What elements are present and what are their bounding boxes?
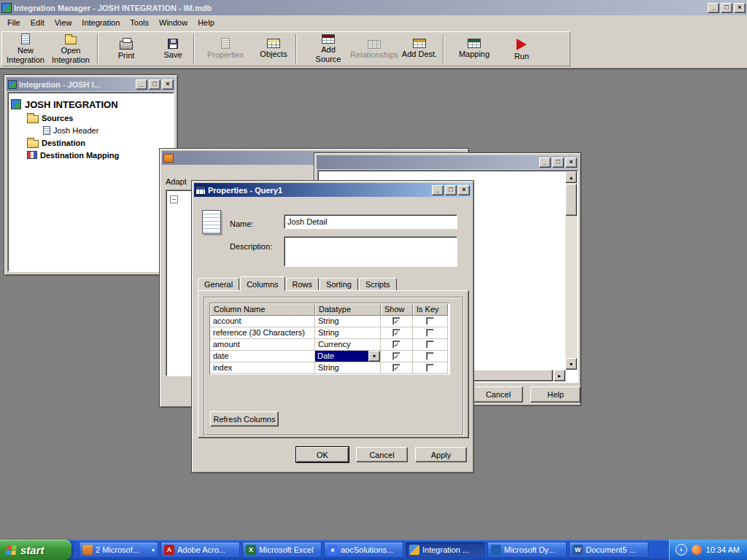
maximize-button[interactable]: □	[721, 3, 732, 13]
add-dest-button[interactable]: Add Dest.	[399, 32, 440, 66]
minimize-button[interactable]: _	[136, 79, 147, 90]
print-label: Print	[118, 51, 135, 60]
objects-button[interactable]: Objects	[255, 32, 293, 66]
integration-window-titlebar[interactable]: Integration - JOSH I... _ □ ×	[7, 77, 175, 91]
mapping-button[interactable]: Mapping	[454, 32, 494, 66]
apply-button[interactable]: Apply	[415, 447, 467, 462]
minimize-button[interactable]: _	[708, 3, 719, 13]
column-name-cell[interactable]: index	[210, 362, 315, 374]
tree-node-destination-mapping[interactable]: Destination Mapping	[11, 149, 171, 161]
column-name-cell[interactable]: reference (30 Characters)	[210, 327, 315, 339]
taskbar-item-integration[interactable]: Integration ...	[406, 542, 485, 558]
vertical-scrollbar[interactable]: ▲ ▼	[565, 171, 577, 370]
menu-tools[interactable]: Tools	[125, 16, 154, 29]
show-checkbox[interactable]: ✓	[392, 341, 400, 349]
maximize-button[interactable]: □	[552, 158, 564, 168]
iskey-checkbox[interactable]	[426, 352, 434, 360]
start-button[interactable]: start	[0, 540, 71, 560]
menu-window[interactable]: Window	[154, 16, 193, 29]
print-button[interactable]: Print	[107, 32, 145, 66]
tray-app-icon[interactable]	[692, 545, 702, 555]
column-header[interactable]: Datatype	[315, 303, 381, 316]
toolbar-separator	[193, 34, 195, 63]
add-source-label: Add Source	[309, 45, 347, 63]
iskey-cell	[413, 351, 448, 362]
help-button[interactable]: Help	[530, 386, 581, 402]
minimize-button[interactable]: _	[539, 158, 551, 168]
tree-node-destination[interactable]: Destination	[11, 136, 171, 149]
iskey-checkbox[interactable]	[426, 329, 434, 337]
datatype-cell[interactable]: String	[315, 327, 381, 339]
column-header[interactable]: Column Name	[210, 303, 315, 316]
taskbar-item-microsoft-group[interactable]: 2 Microsof... ▾	[79, 542, 158, 558]
datatype-cell[interactable]: String	[315, 362, 381, 374]
relationships-icon	[368, 40, 381, 49]
show-checkbox[interactable]: ✓	[392, 364, 400, 372]
adapter-window-icon	[163, 154, 174, 163]
close-button[interactable]: ×	[458, 185, 470, 195]
taskbar-item-microsoft-excel[interactable]: Microsoft Excel	[242, 542, 322, 558]
column-name-cell[interactable]: account	[210, 316, 315, 327]
hide-icons-button[interactable]: ‹	[676, 544, 687, 556]
close-button[interactable]: ×	[565, 158, 577, 168]
tree-node-sources[interactable]: Sources	[11, 112, 171, 124]
menu-help[interactable]: Help	[193, 16, 220, 29]
taskbar-item-adobe-acrobat[interactable]: Adobe Acro...	[160, 542, 240, 558]
tab-general[interactable]: General	[198, 278, 239, 290]
cancel-button[interactable]: Cancel	[473, 386, 523, 402]
iskey-checkbox[interactable]	[426, 317, 434, 325]
tab-columns[interactable]: Columns	[240, 276, 285, 291]
column-header[interactable]: Is Key	[413, 303, 448, 316]
open-integration-button[interactable]: Open Integration	[47, 32, 94, 66]
new-integration-button[interactable]: New Integration	[4, 32, 47, 66]
main-titlebar[interactable]: Integration Manager - JOSH INTEGRATION -…	[0, 0, 747, 15]
column-header[interactable]: Show	[381, 303, 413, 316]
taskbar-item-microsoft-dynamics[interactable]: Microsoft Dy...	[487, 542, 567, 558]
show-checkbox[interactable]: ✓	[392, 317, 400, 325]
maximize-button[interactable]: □	[149, 79, 160, 90]
iskey-checkbox[interactable]	[426, 364, 434, 372]
integration-window-icon	[8, 80, 17, 89]
tree-root-label: JOSH INTEGRATION	[25, 99, 118, 110]
taskbar-item-document5[interactable]: Document5 ...	[569, 542, 649, 558]
tab-scripts[interactable]: Scripts	[359, 278, 397, 290]
menu-file[interactable]: File	[2, 16, 26, 29]
tab-rows[interactable]: Rows	[286, 278, 320, 290]
tree-root-josh-integration[interactable]: JOSH INTEGRATION	[11, 97, 171, 112]
menu-edit[interactable]: Edit	[26, 16, 50, 29]
show-checkbox[interactable]: ✓	[392, 329, 400, 337]
show-checkbox[interactable]: ✓	[392, 352, 400, 360]
cancel-button[interactable]: Cancel	[356, 447, 408, 462]
menu-integration[interactable]: Integration	[77, 16, 125, 29]
iskey-checkbox[interactable]	[426, 341, 434, 349]
close-button[interactable]: ×	[162, 79, 174, 90]
maximize-button[interactable]: □	[445, 185, 457, 195]
tree-node-josh-header[interactable]: Josh Header	[11, 124, 171, 136]
ok-button[interactable]: OK	[296, 447, 349, 462]
minimize-button[interactable]: _	[432, 185, 444, 195]
name-input[interactable]	[284, 214, 457, 229]
scroll-right-button[interactable]: ►	[554, 370, 565, 381]
column-name-cell[interactable]: amount	[210, 339, 315, 351]
scroll-down-button[interactable]: ▼	[565, 358, 577, 370]
tab-sorting[interactable]: Sorting	[320, 278, 358, 290]
tree-expander-icon[interactable]: −	[170, 195, 178, 203]
column-name-cell[interactable]: date	[210, 351, 315, 362]
scrollbar-thumb[interactable]	[565, 184, 577, 216]
properties-dialog-titlebar[interactable]: Properties - Query1 _ □ ×	[194, 183, 471, 197]
save-button[interactable]: Save	[155, 32, 190, 66]
refresh-columns-button[interactable]: Refresh Columns	[210, 411, 279, 427]
datatype-cell[interactable]: String	[315, 316, 381, 327]
name-label: Name:	[230, 219, 253, 228]
description-input[interactable]	[284, 236, 457, 267]
add-source-button[interactable]: Add Source	[307, 32, 349, 66]
run-button[interactable]: Run	[504, 32, 539, 66]
menu-view[interactable]: View	[50, 16, 77, 29]
datatype-cell[interactable]: Currency	[315, 339, 381, 351]
taskbar-item-aocsolutions[interactable]: aocSolutions...	[324, 542, 403, 558]
right-window-titlebar[interactable]: _ □ ×	[317, 155, 578, 169]
scroll-up-button[interactable]: ▲	[565, 171, 577, 183]
combo-dropdown-button[interactable]: ▼	[368, 351, 380, 362]
datatype-combo[interactable]: Date ▼	[315, 351, 381, 362]
close-button[interactable]: ×	[734, 3, 746, 13]
